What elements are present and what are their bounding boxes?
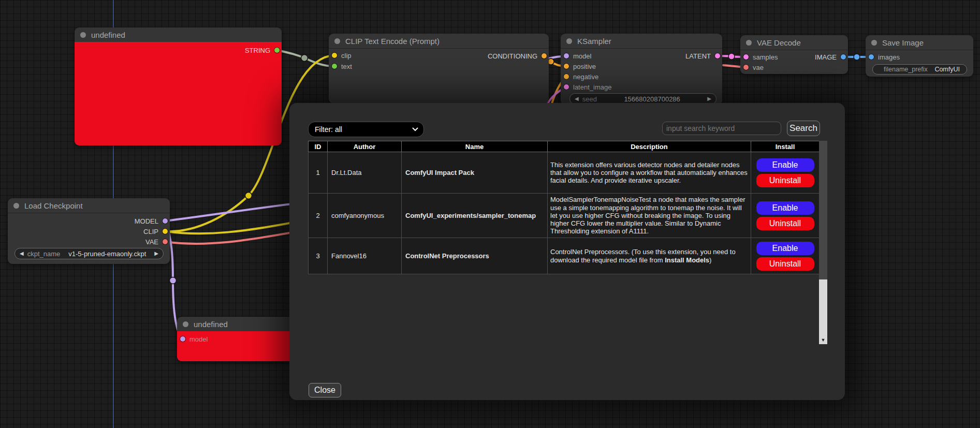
reroute-dot-model[interactable]: [170, 277, 177, 284]
wire-clip-2: [165, 223, 292, 233]
node-title: CLIP Text Encode (Prompt): [345, 37, 440, 46]
scroll-down-arrow-icon[interactable]: ▼: [819, 336, 827, 344]
reroute-dot-clip[interactable]: [245, 193, 252, 199]
output-label: IMAGE: [815, 53, 837, 61]
widget-value: v1-5-pruned-emaonly.ckpt: [60, 250, 154, 258]
input-label: model: [189, 335, 208, 343]
node-vae-decode[interactable]: VAE Decode samples vae IMAGE: [740, 35, 848, 74]
input-label: vae: [753, 64, 764, 71]
node-title-bar[interactable]: Save Image: [866, 35, 973, 50]
table-row: 2 comfyanonymous ComfyUI_experiments/sam…: [309, 194, 820, 238]
vae-input-port[interactable]: [743, 65, 749, 70]
description-bold-text: Install Models: [665, 256, 709, 264]
node-title-bar[interactable]: KSampler: [561, 34, 722, 49]
col-header-id: ID: [309, 141, 328, 152]
input-label: text: [341, 63, 352, 70]
input-label: clip: [341, 52, 352, 60]
output-label: LATENT: [685, 52, 711, 60]
model-input-port[interactable]: [564, 53, 569, 58]
images-input-port[interactable]: [869, 54, 874, 60]
node-title-bar[interactable]: undefined: [75, 27, 282, 42]
node-undefined-top[interactable]: undefined STRING: [75, 27, 282, 145]
node-ksampler[interactable]: KSampler model positive negative latent_…: [561, 34, 722, 105]
filename-prefix-widget[interactable]: filename_prefix ComfyUI: [872, 64, 967, 75]
col-header-author: Author: [328, 141, 402, 152]
filter-selected-value: Filter: all: [315, 125, 412, 134]
string-output-port[interactable]: [274, 48, 280, 53]
positive-input-port[interactable]: [564, 64, 569, 69]
reroute-dot-image[interactable]: [854, 54, 860, 60]
node-title-bar[interactable]: Load Checkpoint: [8, 198, 170, 213]
input-label: images: [878, 53, 900, 61]
uninstall-button[interactable]: Uninstall: [756, 174, 814, 187]
row-id: 3: [309, 238, 328, 274]
conditioning-output-port[interactable]: [542, 53, 547, 58]
row-author: comfyanonymous: [328, 194, 402, 238]
enable-button[interactable]: Enable: [756, 158, 814, 172]
node-title: Save Image: [882, 38, 924, 47]
search-input[interactable]: [662, 122, 781, 135]
extension-link[interactable]: ComfyUI Impact Pack: [405, 169, 474, 176]
node-title: VAE Decode: [757, 38, 801, 47]
input-label: model: [573, 52, 591, 60]
node-undefined-bottom[interactable]: undefined model: [177, 317, 294, 361]
row-install-cell: Enable Uninstall: [751, 152, 820, 194]
output-label: MODEL: [135, 217, 158, 225]
text-input-port[interactable]: [332, 64, 337, 69]
col-header-name: Name: [402, 141, 548, 152]
vae-output-port[interactable]: [163, 239, 168, 244]
scrollbar[interactable]: ▼: [819, 141, 827, 344]
error-node-body: [75, 42, 282, 145]
extension-link[interactable]: ControlNet Preprocessors: [405, 252, 489, 260]
increment-arrow-icon[interactable]: ▶: [707, 96, 711, 101]
model-input-port[interactable]: [180, 336, 185, 342]
collapse-dot-icon[interactable]: [183, 321, 188, 327]
comfyui-canvas[interactable]: undefined STRING CLIP Text Encode (Promp…: [0, 0, 980, 428]
decrement-arrow-icon[interactable]: ◀: [575, 96, 579, 101]
collapse-dot-icon[interactable]: [13, 203, 19, 209]
filter-dropdown[interactable]: Filter: all: [308, 122, 424, 137]
node-title-bar[interactable]: VAE Decode: [740, 35, 848, 50]
row-description: This extension offers various detector n…: [548, 152, 751, 194]
collapse-dot-icon[interactable]: [334, 38, 340, 44]
widget-value: 156680208700286: [597, 95, 707, 103]
clip-output-port[interactable]: [163, 229, 168, 234]
node-title-bar[interactable]: undefined: [177, 317, 294, 332]
search-button[interactable]: Search: [787, 121, 820, 136]
image-output-port[interactable]: [841, 54, 846, 60]
row-id: 2: [309, 194, 328, 238]
node-save-image[interactable]: Save Image images filename_prefix ComfyU…: [866, 35, 973, 77]
chevron-down-icon: [412, 127, 418, 131]
decrement-arrow-icon[interactable]: ◀: [20, 251, 24, 256]
widget-value: ComfyUI: [928, 66, 962, 73]
collapse-dot-icon[interactable]: [80, 32, 86, 38]
node-clip-text-encode[interactable]: CLIP Text Encode (Prompt) clip text COND…: [329, 34, 549, 104]
row-id: 1: [309, 152, 328, 194]
uninstall-button[interactable]: Uninstall: [756, 217, 814, 230]
increment-arrow-icon[interactable]: ▶: [154, 251, 158, 256]
ckpt-name-widget[interactable]: ◀ ckpt_name v1-5-pruned-emaonly.ckpt ▶: [14, 248, 164, 259]
input-label: positive: [573, 63, 596, 70]
node-load-checkpoint[interactable]: Load Checkpoint MODEL CLIP VAE ◀ ckpt_na…: [8, 198, 170, 264]
enable-button[interactable]: Enable: [756, 242, 814, 255]
node-title-bar[interactable]: CLIP Text Encode (Prompt): [329, 34, 549, 49]
clip-input-port[interactable]: [332, 53, 337, 58]
samples-input-port[interactable]: [743, 54, 749, 60]
uninstall-button[interactable]: Uninstall: [756, 257, 814, 271]
latent-output-port[interactable]: [715, 53, 720, 58]
close-button[interactable]: Close: [309, 383, 341, 397]
col-header-description: Description: [548, 141, 751, 152]
extension-link[interactable]: ComfyUI_experiments/sampler_tonemap: [405, 212, 536, 219]
table-row: 3 Fannovel16 ControlNet Preprocessors Co…: [309, 238, 820, 274]
collapse-dot-icon[interactable]: [566, 38, 572, 44]
negative-input-port[interactable]: [564, 74, 569, 79]
scrollbar-thumb[interactable]: [819, 141, 827, 279]
enable-button[interactable]: Enable: [756, 201, 814, 215]
collapse-dot-icon[interactable]: [746, 40, 752, 46]
latent-image-input-port[interactable]: [564, 84, 569, 90]
model-output-port[interactable]: [163, 218, 168, 224]
collapse-dot-icon[interactable]: [871, 40, 877, 46]
reroute-dot-latent[interactable]: [728, 53, 735, 60]
row-install-cell: Enable Uninstall: [751, 238, 820, 274]
reroute-dot-string[interactable]: [301, 55, 308, 62]
